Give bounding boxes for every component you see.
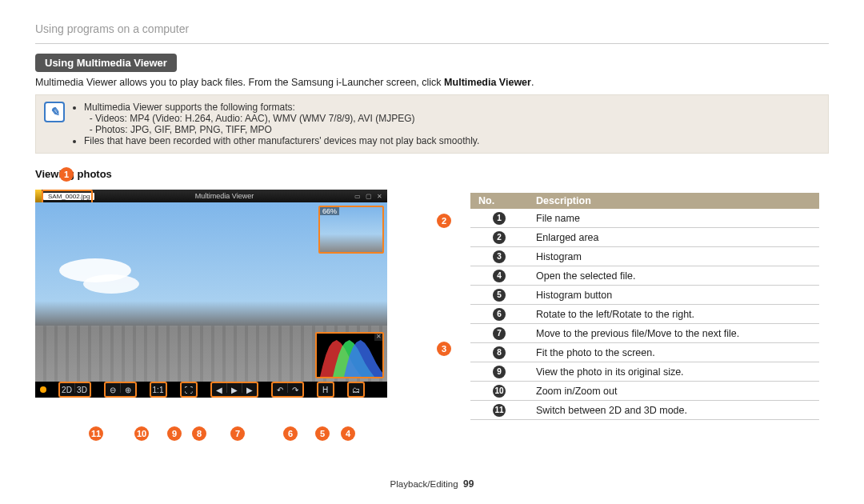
viewer-titlebar: SAM_0002.jpg Multimedia Viewer ▭ ▢ ✕ [35,190,387,202]
table-row: 3Histogram [470,247,819,266]
number-circle: 10 [493,385,506,398]
multimedia-viewer-window: SAM_0002.jpg Multimedia Viewer ▭ ▢ ✕ 66%… [35,190,387,398]
row-number: 1 [470,209,528,228]
rotate-group[interactable]: ↶ ↷ [271,382,304,398]
callout-8: 8 [192,426,206,441]
zoom-in-button[interactable]: ⊕ [121,383,135,396]
footer-section: Playback/Editing [390,479,458,489]
note-line1: Multimedia Viewer supports the following… [84,102,295,113]
row-description: Fit the photo to the screen. [528,343,819,362]
nav-group[interactable]: ◀ ▶ ▶ [210,382,258,398]
callout-7: 7 [230,426,245,441]
note-icon: ✎ [44,102,65,122]
original-size-button[interactable]: 1:1 [151,383,166,396]
number-circle: 4 [493,270,506,282]
play-button[interactable]: ▶ [227,383,242,396]
table-row: 2Enlarged area [470,228,819,247]
histogram-close-icon[interactable]: ✕ [374,333,382,341]
callout-5: 5 [315,426,330,441]
intro-post: . [531,77,534,88]
filename-label: SAM_0002.jpg [43,193,94,200]
row-number: 2 [470,228,528,247]
table-row: 11Switch between 2D and 3D mode. [470,401,819,420]
row-description: Open the selected file. [528,266,819,286]
enlarged-area-thumb[interactable]: 66% [318,206,384,254]
breadcrumb: Using programs on a computer [35,22,829,35]
number-circle: 6 [493,308,506,321]
section-heading: Using Multimedia Viewer [35,54,177,72]
note-line2: Files that have been recorded with other… [84,135,479,146]
number-circle: 9 [493,366,506,378]
prev-file-button[interactable]: ◀ [212,383,226,396]
callout-4: 4 [341,426,355,441]
histogram-button-group[interactable]: H [317,382,334,398]
table-row: 4Open the selected file. [470,266,819,286]
table-row: 8Fit the photo to the screen. [470,343,819,362]
row-description: Histogram button [528,286,819,305]
note-line1a: Videos: MP4 (Video: H.264, Audio: AAC), … [95,113,479,124]
number-circle: 1 [493,212,506,225]
viewer-toolbar: 2D 3D ⊖ ⊕ 1:1 ⛶ [35,382,387,398]
callout-1: 1 [59,167,74,182]
row-number: 7 [470,324,528,343]
fit-screen-button[interactable]: ⛶ [182,383,196,396]
window-buttons[interactable]: ▭ ▢ ✕ [354,193,387,200]
rotate-left-button[interactable]: ↶ [273,383,287,396]
table-row: 9View the photo in its original size. [470,362,819,382]
number-circle: 2 [493,231,506,244]
intro-bold: Multimedia Viewer [444,77,531,88]
open-file-group[interactable]: 🗂 [347,382,365,398]
col-desc: Description [528,193,819,209]
thumb-percent: 66% [320,207,339,215]
mode-2d3d-group[interactable]: 2D 3D [58,382,91,398]
fit-screen-group[interactable]: ⛶ [180,382,198,398]
histogram-panel[interactable]: ✕ [315,332,384,378]
titlebar-accent [35,190,42,202]
histogram-button[interactable]: H [318,383,333,396]
row-number: 10 [470,382,528,401]
cloud-shape [83,274,139,294]
viewer-figure: 1 2 3 SAM_0002.jpg Multimedia Viewer ▭ ▢… [35,185,403,420]
callout-9: 9 [167,426,182,441]
intro-pre: Multimedia Viewer allows you to play bac… [35,77,444,88]
zoom-out-button[interactable]: ⊖ [106,383,120,396]
callout-10: 10 [134,426,149,441]
open-file-button[interactable]: 🗂 [349,383,363,396]
zoom-group[interactable]: ⊖ ⊕ [104,382,137,398]
row-number: 6 [470,305,528,324]
row-number: 8 [470,343,528,362]
window-title: Multimedia Viewer [94,192,354,200]
table-row: 5Histogram button [470,286,819,305]
intro-text: Multimedia Viewer allows you to play bac… [35,77,829,88]
table-row: 10Zoom in/Zoom out [470,382,819,401]
toolbar-accent-dot [40,386,46,393]
row-description: Histogram [528,247,819,266]
row-number: 3 [470,247,528,266]
callout-3: 3 [437,342,451,356]
note-list: Multimedia Viewer supports the following… [73,102,479,146]
number-circle: 5 [493,289,506,302]
bottom-callout-row: 11 10 9 8 7 6 5 4 [35,426,387,442]
original-size-group[interactable]: 1:1 [150,382,167,398]
row-description: Zoom in/Zoom out [528,382,819,401]
rotate-right-button[interactable]: ↷ [288,383,302,396]
number-circle: 7 [493,327,506,340]
next-file-button[interactable]: ▶ [242,383,257,396]
mode-3d-button[interactable]: 3D [75,383,90,396]
number-circle: 3 [493,250,506,263]
note-line1b: Photos: JPG, GIF, BMP, PNG, TIFF, MPO [95,124,479,135]
divider [35,43,829,44]
table-row: 1File name [470,209,819,228]
col-no: No. [470,193,528,209]
table-row: 6Rotate to the left/Rotate to the right. [470,305,819,324]
number-circle: 8 [493,346,506,359]
row-description: Switch between 2D and 3D mode. [528,401,819,420]
callout-table: No. Description 1File name2Enlarged area… [470,193,819,420]
mode-2d-button[interactable]: 2D [60,383,74,396]
row-description: Enlarged area [528,228,819,247]
callout-2: 2 [437,214,451,228]
row-number: 11 [470,401,528,420]
callout-6: 6 [283,426,298,441]
subheading-viewing-photos: Viewing photos [35,168,829,180]
row-description: File name [528,209,819,228]
